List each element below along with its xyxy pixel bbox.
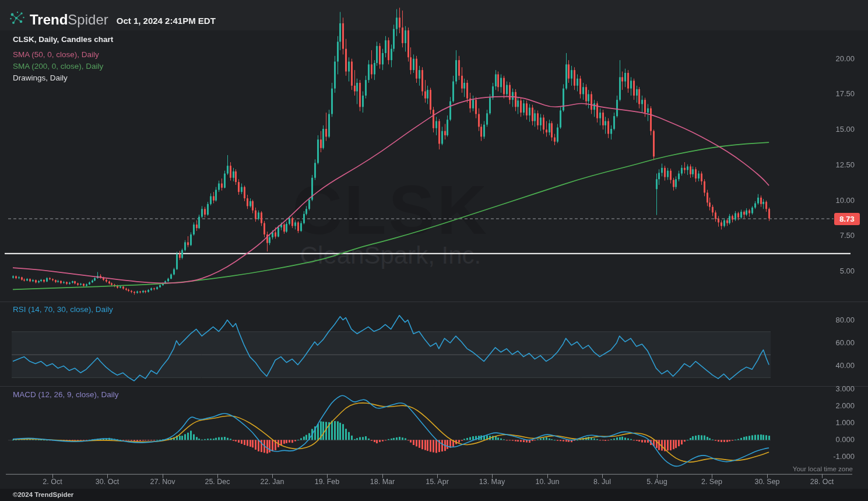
trendspider-logo-icon xyxy=(9,10,25,29)
date-tick-label: 27. Nov xyxy=(150,478,175,486)
price-axis-label: 7.50 xyxy=(820,231,855,240)
date-tick-label: 10. Jun xyxy=(535,478,559,486)
price-axis-label: 12.50 xyxy=(820,160,855,169)
chart-timestamp: Oct 1, 2024 2:41PM EDT xyxy=(117,14,216,26)
date-tick-label: 30. Sep xyxy=(754,478,779,486)
date-tick-label: 19. Feb xyxy=(315,478,339,486)
copyright: ©2024 TrendSpider xyxy=(13,491,73,498)
date-tick-label: 30. Oct xyxy=(96,478,119,486)
date-tick-label: 15. Apr xyxy=(426,478,449,486)
chart-title[interactable]: CLSK, Daily, Candles chart xyxy=(13,35,113,44)
price-axis-label: 10.00 xyxy=(820,196,855,205)
macd-axis-label: 3.000 xyxy=(820,384,855,393)
rsi-axis-label: 40.00 xyxy=(820,361,855,370)
trendspider-chart-app: CLSK CleanSpark, Inc. TrendSpider Oct 1,… xyxy=(0,0,868,501)
date-tick-label: 28. Oct xyxy=(810,478,834,486)
legend-drawings[interactable]: Drawings, Daily xyxy=(13,73,68,82)
rsi-axis-label: 60.00 xyxy=(820,338,855,347)
macd-axis-label: 1.000 xyxy=(820,418,855,427)
macd-axis-label: 2.000 xyxy=(820,401,855,410)
bottom-bar xyxy=(0,489,868,501)
price-axis-label: 20.00 xyxy=(820,54,855,63)
price-axis-label: 15.00 xyxy=(820,125,855,134)
date-tick-label: 2. Sep xyxy=(701,478,722,486)
date-tick-label: 2. Oct xyxy=(43,478,62,486)
macd-axis-label: 0.000 xyxy=(820,435,855,444)
logo-text: TrendSpider xyxy=(30,12,108,28)
price-axis-label: 5.00 xyxy=(820,267,855,275)
rsi-axis-label: 80.00 xyxy=(820,316,855,324)
last-price-badge: 8.73 xyxy=(834,213,860,225)
date-tick-label: 5. Aug xyxy=(646,478,667,486)
date-tick-label: 8. Jul xyxy=(593,478,611,486)
legend-sma50[interactable]: SMA (50, 0, close), Daily xyxy=(13,50,99,59)
date-tick-label: 25. Dec xyxy=(205,478,230,486)
logo[interactable]: TrendSpider Oct 1, 2024 2:41PM EDT xyxy=(9,10,216,29)
date-tick-label: 22. Jan xyxy=(260,478,284,486)
date-tick-label: 13. May xyxy=(479,478,505,486)
rsi-panel-label[interactable]: RSI (14, 70, 30, close), Daily xyxy=(13,305,113,314)
price-axis-label: 17.50 xyxy=(820,89,855,98)
date-tick-label: 18. Mar xyxy=(370,478,395,486)
price-chart-canvas[interactable] xyxy=(0,0,868,501)
macd-panel-label[interactable]: MACD (12, 26, 9, close), Daily xyxy=(13,390,119,399)
legend-sma200[interactable]: SMA (200, 0, close), Daily xyxy=(13,62,103,71)
macd-axis-label: -1.000 xyxy=(820,452,855,461)
timezone-note: Your local time zone xyxy=(793,465,853,472)
